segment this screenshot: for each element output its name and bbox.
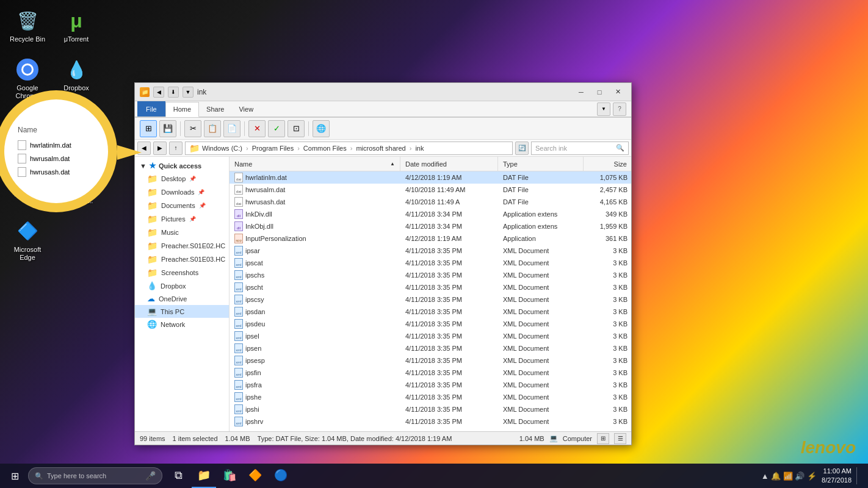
table-row[interactable]: xml ipshrv 4/11/2018 3:35 PM XML Documen…	[230, 415, 631, 428]
table-row[interactable]: dll InkDiv.dll 4/11/2018 3:34 PM Applica…	[230, 208, 631, 220]
table-row[interactable]: xml ipsfra 4/11/2018 3:35 PM XML Documen…	[230, 379, 631, 391]
view-btn-list[interactable]: ☰	[614, 433, 626, 444]
taskbar: ⊞ 🔍 Type here to search 🎤 ⧉ 📁 🛍️ 🔶 🔵 ▲ 🔔…	[0, 464, 868, 488]
btn-rename[interactable]: ✓	[268, 120, 285, 137]
minimize-button[interactable]: ─	[573, 86, 590, 98]
qat-forward[interactable]: ⬇	[168, 87, 179, 98]
desktop-icon-edge[interactable]: 🔷 Microsoft Edge	[6, 217, 49, 264]
table-row[interactable]: xml ipscht 4/11/2018 3:35 PM XML Documen…	[230, 281, 631, 293]
qat-back[interactable]: ◀	[153, 87, 164, 98]
file-type-cell: XML Document	[498, 406, 584, 413]
file-icon-xml: xml	[234, 404, 243, 414]
dropbox-icon: 💧	[64, 57, 89, 82]
nav-item-dropbox[interactable]: 💧 Dropbox	[135, 279, 229, 292]
file-name-cell: xml ipschs	[230, 270, 400, 280]
table-row[interactable]: xml ipsel 4/11/2018 3:35 PM XML Document…	[230, 330, 631, 342]
taskbar-task-view[interactable]: ⧉	[166, 464, 190, 488]
table-row[interactable]: xml ipshe 4/11/2018 3:35 PM XML Document…	[230, 391, 631, 403]
nav-item-preacher2[interactable]: 📁 Preacher.S01E03.HC	[135, 253, 229, 266]
qat-up[interactable]: ▼	[183, 87, 193, 98]
refresh-button[interactable]: 🔄	[515, 142, 529, 155]
up-button[interactable]: ↑	[169, 142, 183, 155]
ribbon-expand-btn[interactable]: ▼	[597, 102, 610, 116]
table-row[interactable]: xml ipsen 4/11/2018 3:35 PM XML Document…	[230, 342, 631, 354]
table-row[interactable]: dll InkObj.dll 4/11/2018 3:34 PM Applica…	[230, 220, 631, 232]
btn-cut[interactable]: ✂	[184, 120, 201, 137]
col-header-name[interactable]: Name ▲	[230, 157, 400, 171]
table-row[interactable]: xml ipshi 4/11/2018 3:35 PM XML Document…	[230, 403, 631, 415]
taskbar-chrome[interactable]: 🔵	[269, 464, 293, 488]
table-row[interactable]: dat hwrusalm.dat 4/10/2018 11:49 AM DAT …	[230, 184, 631, 196]
col-header-date[interactable]: Date modified	[400, 157, 498, 171]
maximize-button[interactable]: □	[591, 86, 608, 98]
breadcrumb-microsoft-shared[interactable]: microsoft shared	[356, 145, 405, 152]
btn-delete[interactable]: ✕	[248, 120, 266, 137]
taskbar-vlc[interactable]: 🔶	[243, 464, 267, 488]
table-row[interactable]: xml ipsdan 4/11/2018 3:35 PM XML Documen…	[230, 306, 631, 318]
file-type-cell: XML Document	[498, 308, 584, 315]
nav-item-onedrive[interactable]: ☁ OneDrive	[135, 292, 229, 305]
table-row[interactable]: app InputPersonalization 4/12/2018 1:19 …	[230, 232, 631, 245]
forward-button[interactable]: ▶	[153, 142, 167, 155]
nav-item-documents[interactable]: 📁 Documents 📌	[135, 199, 229, 212]
desktop-icon-recycle-bin[interactable]: 🗑️ Recycle Bin	[6, 6, 49, 46]
nav-item-this-pc[interactable]: 💻 This PC	[135, 305, 229, 318]
tab-file[interactable]: File	[137, 101, 165, 117]
breadcrumb-ink[interactable]: ink	[415, 145, 424, 152]
breadcrumb-windows[interactable]: Windows (C:)	[202, 145, 242, 152]
table-row[interactable]: dat hwrusash.dat 4/10/2018 11:49 A DAT F…	[230, 196, 631, 208]
btn-copy[interactable]: 📋	[204, 120, 221, 137]
tab-home[interactable]: Home	[165, 102, 199, 117]
nav-item-preacher1[interactable]: 📁 Preacher.S01E02.HC	[135, 239, 229, 253]
search-placeholder: Search ink	[535, 145, 567, 152]
address-bar[interactable]: 📁 Windows (C:) › Program Files › Common …	[185, 142, 513, 155]
tab-view[interactable]: View	[231, 101, 261, 117]
nav-item-network[interactable]: 🌐 Network	[135, 318, 229, 331]
file-date-cell: 4/11/2018 3:35 PM	[400, 406, 498, 413]
file-size-cell: 3 KB	[584, 369, 631, 376]
btn-properties[interactable]: ⊡	[288, 120, 305, 137]
nav-item-screenshots[interactable]: 📁 Screenshots	[135, 266, 229, 279]
col-header-type[interactable]: Type	[498, 157, 584, 171]
taskbar-clock[interactable]: 11:00 AM 8/27/2018	[822, 467, 852, 486]
close-button[interactable]: ✕	[609, 86, 626, 98]
btn-save[interactable]: 💾	[159, 120, 176, 137]
view-btn-tiles[interactable]: ⊞	[597, 433, 609, 444]
ribbon-help-btn[interactable]: ?	[613, 102, 626, 116]
breadcrumb-program-files[interactable]: Program Files	[252, 145, 294, 152]
btn-paste[interactable]: 📄	[223, 120, 241, 137]
nav-item-desktop[interactable]: 📁 Desktop 📌	[135, 172, 229, 185]
breadcrumb-common-files[interactable]: Common Files	[303, 145, 347, 152]
desktop-icon-utorrent[interactable]: μ μTorrent	[55, 6, 98, 46]
table-row[interactable]: xml ipschs 4/11/2018 3:35 PM XML Documen…	[230, 269, 631, 281]
table-row[interactable]: xml ipscsy 4/11/2018 3:35 PM XML Documen…	[230, 293, 631, 306]
taskbar-file-explorer[interactable]: 📁	[192, 464, 216, 488]
tab-share[interactable]: Share	[199, 101, 231, 117]
search-box[interactable]: Search ink 🔍	[531, 142, 629, 155]
file-explorer-window: 📁 ◀ ⬇ ▼ ink ─ □ ✕ File Home Share View ▼…	[134, 82, 632, 445]
show-desktop-btn[interactable]	[856, 467, 861, 484]
table-row[interactable]: dat hwrlatinlm.dat 4/12/2018 1:19 AM DAT…	[230, 171, 631, 184]
quick-access-header[interactable]: ▼ ★ Quick access	[135, 159, 229, 172]
ribbon: File Home Share View ▼ ?	[135, 101, 631, 118]
nav-item-pictures[interactable]: 📁 Pictures 📌	[135, 212, 229, 226]
callout-file-1: hwrlatinlm.dat	[18, 140, 71, 150]
start-button[interactable]: ⊞	[2, 464, 27, 488]
nav-item-downloads[interactable]: 📁 Downloads 📌	[135, 185, 229, 199]
table-row[interactable]: xml ipscat 4/11/2018 3:35 PM XML Documen…	[230, 257, 631, 269]
col-header-size[interactable]: Size	[584, 157, 631, 171]
btn-large-icons[interactable]: ⊞	[140, 120, 157, 137]
taskbar-store[interactable]: 🛍️	[217, 464, 242, 488]
table-row[interactable]: xml ipsar 4/11/2018 3:35 PM XML Document…	[230, 245, 631, 257]
btn-globe[interactable]: 🌐	[313, 120, 330, 137]
file-icon-xml: xml	[234, 368, 243, 378]
svg-point-2	[23, 65, 32, 74]
table-row[interactable]: xml ipsfin 4/11/2018 3:35 PM XML Documen…	[230, 367, 631, 379]
file-type-cell: XML Document	[498, 345, 584, 352]
table-row[interactable]: xml ipsesp 4/11/2018 3:35 PM XML Documen…	[230, 354, 631, 367]
utorrent-label: μTorrent	[64, 35, 89, 43]
nav-item-music[interactable]: 📁 Music	[135, 226, 229, 239]
taskbar-search[interactable]: 🔍 Type here to search 🎤	[28, 467, 162, 484]
table-row[interactable]: xml ipsdeu 4/11/2018 3:35 PM XML Documen…	[230, 318, 631, 330]
file-type-cell: DAT File	[498, 186, 584, 193]
